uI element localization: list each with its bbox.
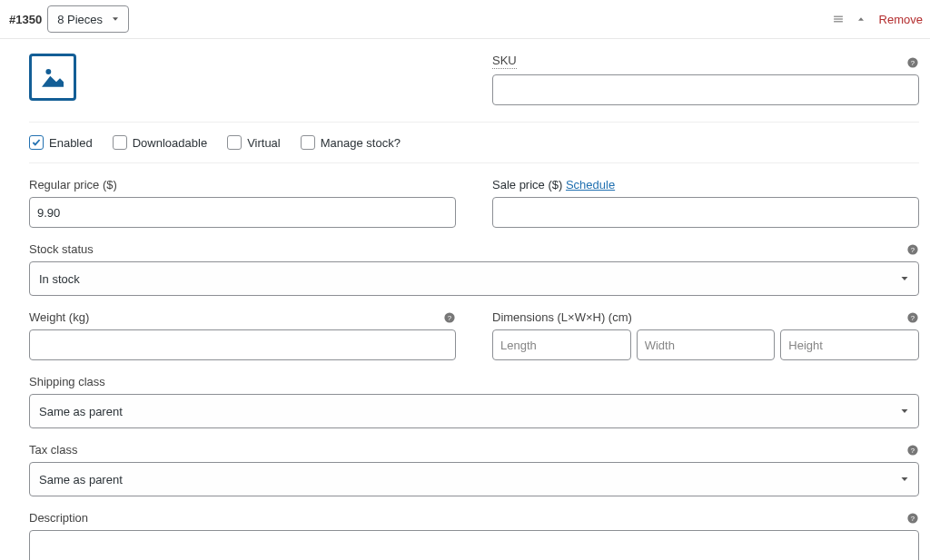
tax-class-select[interactable]: Same as parent <box>29 462 919 496</box>
downloadable-toggle[interactable]: Downloadable <box>113 135 207 150</box>
variation-attribute-value: 8 Pieces <box>57 13 103 26</box>
virtual-toggle[interactable]: Virtual <box>227 135 281 150</box>
svg-text:?: ? <box>911 59 915 67</box>
checkbox-icon <box>29 135 44 150</box>
checkbox-icon <box>227 135 242 150</box>
tax-class-value: Same as parent <box>39 473 123 486</box>
help-icon[interactable]: ? <box>906 56 919 69</box>
help-icon[interactable]: ? <box>443 311 456 324</box>
dimensions-label: Dimensions (L×W×H) (cm) <box>492 310 632 324</box>
drag-handle-icon[interactable] <box>828 9 848 29</box>
checkbox-icon <box>301 135 315 150</box>
variation-toggles: Enabled Downloadable Virtual Manage stoc… <box>29 122 919 163</box>
sku-input[interactable] <box>492 74 919 105</box>
stock-status-value: In stock <box>39 272 80 286</box>
variation-image-upload[interactable] <box>29 54 76 101</box>
enabled-label: Enabled <box>49 136 93 150</box>
help-icon[interactable]: ? <box>906 444 919 457</box>
tax-class-label: Tax class <box>29 443 77 457</box>
sale-price-input[interactable] <box>492 197 919 228</box>
help-icon[interactable]: ? <box>906 243 919 256</box>
checkbox-icon <box>113 135 127 150</box>
variation-header: #1350 8 Pieces Remove <box>0 0 930 39</box>
chevron-down-icon <box>110 14 121 25</box>
description-label: Description <box>29 511 88 525</box>
remove-link[interactable]: Remove <box>879 13 923 26</box>
variation-id: #1350 <box>9 13 42 26</box>
width-input[interactable] <box>637 329 776 360</box>
shipping-class-label: Shipping class <box>29 375 919 388</box>
height-input[interactable] <box>780 329 919 360</box>
shipping-class-value: Same as parent <box>39 405 123 418</box>
enabled-toggle[interactable]: Enabled <box>29 135 93 150</box>
stock-status-label: Stock status <box>29 242 94 256</box>
manage-stock-toggle[interactable]: Manage stock? <box>301 135 401 150</box>
variation-panel: #1350 8 Pieces Remove <box>0 0 930 560</box>
svg-text:?: ? <box>911 246 915 254</box>
svg-point-1 <box>45 69 51 74</box>
collapse-icon[interactable] <box>852 10 870 28</box>
schedule-link[interactable]: Schedule <box>566 178 615 192</box>
sale-price-label: Sale price ($) <box>492 178 562 192</box>
chevron-down-icon <box>898 473 911 486</box>
svg-text:?: ? <box>911 447 915 455</box>
chevron-down-icon <box>898 405 911 418</box>
image-placeholder-icon <box>38 63 67 92</box>
weight-label: Weight (kg) <box>29 310 89 324</box>
length-input[interactable] <box>492 329 631 360</box>
regular-price-input[interactable] <box>29 197 456 228</box>
help-icon[interactable]: ? <box>906 311 919 324</box>
chevron-down-icon <box>898 272 911 285</box>
weight-input[interactable] <box>29 329 456 360</box>
description-textarea[interactable] <box>29 530 919 560</box>
help-icon[interactable]: ? <box>906 512 919 525</box>
svg-text:?: ? <box>911 314 915 322</box>
svg-text:?: ? <box>448 314 451 322</box>
virtual-label: Virtual <box>247 136 281 150</box>
variation-attribute-select[interactable]: 8 Pieces <box>47 5 129 33</box>
stock-status-select[interactable]: In stock <box>29 261 919 296</box>
downloadable-label: Downloadable <box>133 136 207 150</box>
sku-label: SKU <box>492 54 517 69</box>
svg-text:?: ? <box>911 515 915 523</box>
shipping-class-select[interactable]: Same as parent <box>29 394 919 428</box>
manage-stock-label: Manage stock? <box>321 136 401 150</box>
regular-price-label: Regular price ($) <box>29 178 456 192</box>
